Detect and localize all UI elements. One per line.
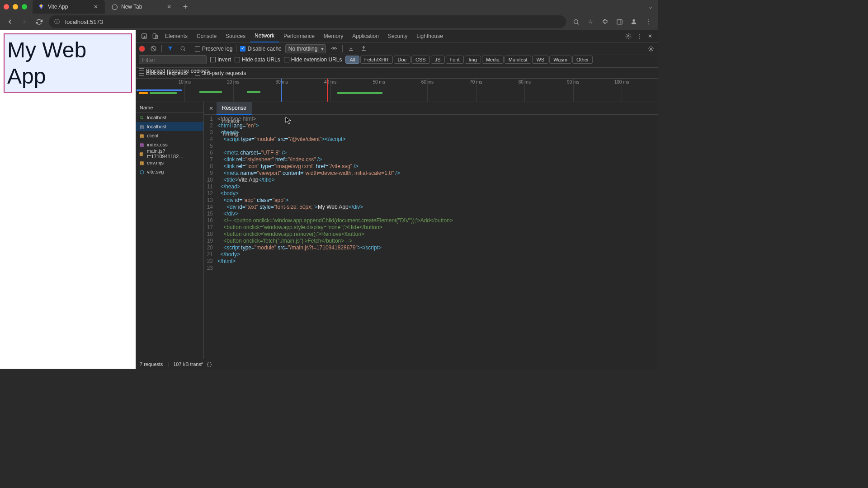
device-toolbar-icon[interactable]	[150, 31, 160, 42]
clear-icon[interactable]	[149, 44, 158, 53]
url-input[interactable]: ⓘ localhost:5173	[49, 15, 566, 28]
filter-icon[interactable]	[165, 44, 175, 53]
bookmark-icon[interactable]: ☆	[584, 15, 597, 28]
type-filter-wasm[interactable]: Wasm	[549, 56, 571, 64]
code-line: 9 <meta name="viewport" content="width=d…	[204, 170, 658, 177]
extensions-icon[interactable]	[599, 15, 611, 28]
devtools-tab-lighthouse[interactable]: Lighthouse	[412, 30, 448, 42]
devtools-tab-application[interactable]: Application	[348, 30, 383, 42]
network-timeline[interactable]: 10 ms20 ms30 ms40 ms50 ms60 ms70 ms80 ms…	[136, 79, 658, 102]
more-icon[interactable]: ⋮	[634, 31, 645, 42]
type-filter-img[interactable]: Img	[465, 56, 481, 64]
devtools-tab-sources[interactable]: Sources	[221, 30, 250, 42]
type-filter-all[interactable]: All	[345, 56, 359, 64]
minimize-window-button[interactable]	[13, 4, 18, 9]
browser-tab-inactive[interactable]: ◯ New Tab ✕	[106, 0, 178, 14]
devtools-tab-network[interactable]: Network	[250, 30, 279, 42]
request-item[interactable]: ▢vite.svg	[136, 167, 203, 176]
profile-icon[interactable]	[627, 15, 640, 28]
menu-icon[interactable]: ⋮	[642, 15, 655, 28]
hide-data-urls-checkbox[interactable]: Hide data URLs	[235, 56, 280, 63]
timeline-tick: 90 ms	[567, 80, 579, 84]
type-filter-other[interactable]: Other	[572, 56, 593, 64]
response-code-view[interactable]: 1<!doctype html>2<html lang="en">3 <head…	[204, 115, 658, 359]
zoom-icon[interactable]	[570, 15, 582, 28]
import-har-icon[interactable]	[346, 44, 355, 53]
devtools-tab-elements[interactable]: Elements	[160, 30, 192, 42]
devtools-tab-security[interactable]: Security	[383, 30, 412, 42]
close-tab-icon[interactable]: ✕	[165, 3, 173, 10]
browser-tab-active[interactable]: Vite App ✕	[33, 0, 105, 14]
browser-titlebar: Vite App ✕ ◯ New Tab ✕ + ⌄	[0, 0, 658, 14]
request-detail-panel: ✕ HeadersPreviewResponseInitiatorTiming …	[204, 102, 658, 359]
devtools-tab-performance[interactable]: Performance	[279, 30, 319, 42]
site-info-icon[interactable]: ⓘ	[54, 18, 61, 25]
throttling-select[interactable]: No throttling	[285, 44, 326, 53]
hide-extension-urls-checkbox[interactable]: Hide extension URLs	[284, 56, 342, 63]
close-devtools-icon[interactable]: ✕	[645, 31, 656, 42]
type-filter-manifest[interactable]: Manifest	[505, 56, 532, 64]
code-line: 16 <!-- <button onclick='window.app.appe…	[204, 217, 658, 224]
forward-button[interactable]	[18, 15, 31, 28]
close-detail-icon[interactable]: ✕	[206, 103, 217, 114]
address-bar: ⓘ localhost:5173 ☆ ⋮	[0, 14, 658, 30]
code-line: 15 </div>	[204, 211, 658, 217]
back-button[interactable]	[4, 15, 16, 28]
timeline-tick: 30 ms	[276, 80, 288, 84]
type-filter-ws[interactable]: WS	[532, 56, 548, 64]
close-window-button[interactable]	[4, 4, 9, 9]
request-item[interactable]: ⇅localhost	[136, 113, 203, 122]
format-icon[interactable]: { }	[207, 361, 212, 367]
settings-icon[interactable]	[623, 31, 634, 42]
code-line: 17 <button onclick='window.app.style.dis…	[204, 224, 658, 231]
reload-button[interactable]	[33, 15, 45, 28]
close-tab-icon[interactable]: ✕	[92, 3, 99, 10]
inspect-element-icon[interactable]	[139, 31, 150, 42]
type-filter-js[interactable]: JS	[431, 56, 445, 64]
third-party-requests-checkbox[interactable]: 3rd-party requests	[195, 70, 246, 76]
export-har-icon[interactable]	[359, 44, 368, 53]
record-button[interactable]	[139, 46, 145, 52]
request-item[interactable]: ▦main.js?t=1710941182…	[136, 149, 203, 158]
side-panel-icon[interactable]	[613, 15, 626, 28]
network-conditions-icon[interactable]	[330, 44, 339, 53]
code-line: 13 <div id="app" class="app">	[204, 197, 658, 204]
url-text: localhost:5173	[65, 19, 103, 25]
type-filter-media[interactable]: Media	[482, 56, 504, 64]
name-column-header[interactable]: Name	[136, 102, 203, 113]
disable-cache-checkbox[interactable]: Disable cache	[240, 46, 281, 52]
blocked-requests-checkbox[interactable]: Blocked requests	[139, 70, 188, 76]
timeline-tick: 100 ms	[614, 80, 629, 84]
type-filter-font[interactable]: Font	[446, 56, 464, 64]
js-icon: ▦	[139, 133, 144, 138]
code-line: 11 </head>	[204, 183, 658, 190]
invert-checkbox[interactable]: Invert	[210, 56, 231, 63]
request-item[interactable]: ▦env.mjs	[136, 158, 203, 167]
network-settings-icon[interactable]	[646, 44, 656, 53]
code-line: 22</html>	[204, 258, 658, 265]
preserve-log-checkbox[interactable]: Preserve log	[195, 46, 232, 52]
request-item[interactable]: ▦index.css	[136, 140, 203, 149]
search-icon[interactable]	[178, 44, 187, 53]
app-heading-highlighted[interactable]: My Web App	[4, 33, 132, 93]
timeline-tick: 10 ms	[179, 80, 191, 84]
maximize-window-button[interactable]	[22, 4, 27, 9]
code-line: 3 <head>	[204, 129, 658, 136]
timeline-tick: 40 ms	[324, 80, 336, 84]
type-filter-fetch-xhr[interactable]: Fetch/XHR	[360, 56, 393, 64]
devtools-tab-memory[interactable]: Memory	[319, 30, 348, 42]
detail-tab-response[interactable]: Response	[217, 102, 252, 115]
type-filter-css[interactable]: CSS	[411, 56, 430, 64]
request-item[interactable]: ▦client	[136, 131, 203, 140]
filter-input[interactable]	[139, 55, 207, 64]
tab-list-chevron-icon[interactable]: ⌄	[646, 2, 655, 12]
request-item[interactable]: ▤localhost	[136, 122, 203, 131]
type-filter-doc[interactable]: Doc	[394, 56, 411, 64]
request-name: localhost	[147, 124, 166, 129]
code-line: 21 </body>	[204, 251, 658, 258]
code-line: 18 <button onclick='window.app.remove();…	[204, 231, 658, 238]
new-tab-button[interactable]: +	[179, 0, 192, 13]
detail-tabs: ✕ HeadersPreviewResponseInitiatorTiming	[204, 102, 658, 115]
devtools-tab-console[interactable]: Console	[192, 30, 221, 42]
timeline-tick: 60 ms	[421, 80, 434, 84]
